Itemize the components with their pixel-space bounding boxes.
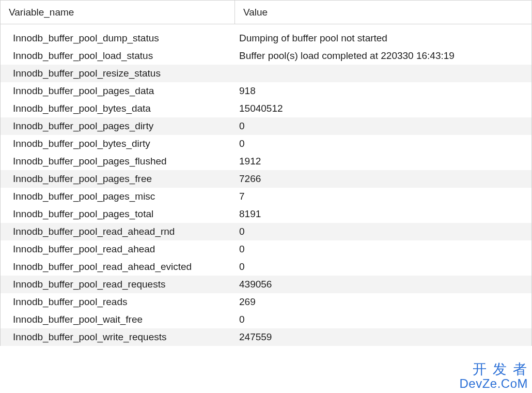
variable-value-cell: 269 — [235, 293, 531, 311]
variable-value-cell: 0 — [235, 117, 531, 135]
table-row[interactable]: Innodb_buffer_pool_reads269 — [1, 293, 531, 311]
variable-value-cell: 247559 — [235, 328, 531, 346]
variable-name-cell: Innodb_buffer_pool_read_ahead_rnd — [1, 223, 235, 240]
table-header-row: Variable_name Value — [1, 0, 531, 24]
table-row[interactable]: Innodb_buffer_pool_pages_dirty0 — [1, 117, 531, 135]
variable-value-cell: 0 — [235, 240, 531, 258]
column-header-value[interactable]: Value — [235, 1, 531, 24]
column-header-variable-name[interactable]: Variable_name — [1, 1, 235, 24]
variable-name-cell: Innodb_buffer_pool_reads — [1, 293, 235, 311]
watermark-line2: DevZe.CoM — [459, 377, 528, 390]
variable-value-cell: Buffer pool(s) load completed at 220330 … — [235, 47, 531, 65]
variable-name-cell: Innodb_buffer_pool_dump_status — [1, 29, 235, 47]
table-row[interactable]: Innodb_buffer_pool_pages_misc7 — [1, 188, 531, 205]
variable-value-cell: 439056 — [235, 276, 531, 293]
variable-name-cell: Innodb_buffer_pool_pages_misc — [1, 188, 235, 205]
variable-value-cell: Dumping of buffer pool not started — [235, 29, 531, 47]
table-row[interactable]: Innodb_buffer_pool_write_requests247559 — [1, 328, 531, 346]
variable-value-cell: 918 — [235, 82, 531, 100]
variable-value-cell: 1912 — [235, 153, 531, 170]
table-row[interactable]: Innodb_buffer_pool_read_ahead0 — [1, 240, 531, 258]
variable-name-cell: Innodb_buffer_pool_pages_free — [1, 170, 235, 188]
variable-name-cell: Innodb_buffer_pool_pages_total — [1, 205, 235, 223]
variable-name-cell: Innodb_buffer_pool_resize_status — [1, 65, 235, 82]
table-row[interactable]: Innodb_buffer_pool_bytes_dirty0 — [1, 135, 531, 153]
table-row[interactable]: Innodb_buffer_pool_dump_statusDumping of… — [1, 29, 531, 47]
variable-value-cell — [235, 65, 531, 82]
table-row[interactable]: Innodb_buffer_pool_pages_free7266 — [1, 170, 531, 188]
variable-name-cell: Innodb_buffer_pool_bytes_data — [1, 100, 235, 117]
table-row[interactable]: Innodb_buffer_pool_resize_status — [1, 65, 531, 82]
variable-value-cell: 0 — [235, 223, 531, 240]
table-row[interactable]: Innodb_buffer_pool_read_ahead_rnd0 — [1, 223, 531, 240]
table-row[interactable]: Innodb_buffer_pool_pages_total8191 — [1, 205, 531, 223]
variable-name-cell: Innodb_buffer_pool_pages_dirty — [1, 117, 235, 135]
table-row[interactable]: Innodb_buffer_pool_pages_data918 — [1, 82, 531, 100]
variable-name-cell: Innodb_buffer_pool_bytes_dirty — [1, 135, 235, 153]
variable-name-cell: Innodb_buffer_pool_wait_free — [1, 311, 235, 328]
variable-value-cell: 7266 — [235, 170, 531, 188]
variable-name-cell: Innodb_buffer_pool_pages_data — [1, 82, 235, 100]
watermark-line1: 开发者 — [459, 362, 532, 376]
variable-value-cell: 8191 — [235, 205, 531, 223]
table-row[interactable]: Innodb_buffer_pool_read_requests439056 — [1, 276, 531, 293]
table-row[interactable]: Innodb_buffer_pool_pages_flushed1912 — [1, 153, 531, 170]
status-variables-table: Variable_name Value Innodb_buffer_pool_d… — [0, 0, 532, 346]
table-body: Innodb_buffer_pool_dump_statusDumping of… — [1, 24, 531, 346]
variable-value-cell: 15040512 — [235, 100, 531, 117]
variable-name-cell: Innodb_buffer_pool_pages_flushed — [1, 153, 235, 170]
variable-name-cell: Innodb_buffer_pool_read_ahead — [1, 240, 235, 258]
variable-value-cell: 0 — [235, 258, 531, 276]
variable-name-cell: Innodb_buffer_pool_write_requests — [1, 328, 235, 346]
table-row[interactable]: Innodb_buffer_pool_read_ahead_evicted0 — [1, 258, 531, 276]
watermark: 开发者 DevZe.CoM — [459, 362, 528, 390]
variable-value-cell: 0 — [235, 135, 531, 153]
variable-name-cell: Innodb_buffer_pool_load_status — [1, 47, 235, 65]
variable-name-cell: Innodb_buffer_pool_read_requests — [1, 276, 235, 293]
variable-value-cell: 0 — [235, 311, 531, 328]
variable-value-cell: 7 — [235, 188, 531, 205]
table-row[interactable]: Innodb_buffer_pool_load_statusBuffer poo… — [1, 47, 531, 65]
variable-name-cell: Innodb_buffer_pool_read_ahead_evicted — [1, 258, 235, 276]
table-row[interactable]: Innodb_buffer_pool_bytes_data15040512 — [1, 100, 531, 117]
table-row[interactable]: Innodb_buffer_pool_wait_free0 — [1, 311, 531, 328]
